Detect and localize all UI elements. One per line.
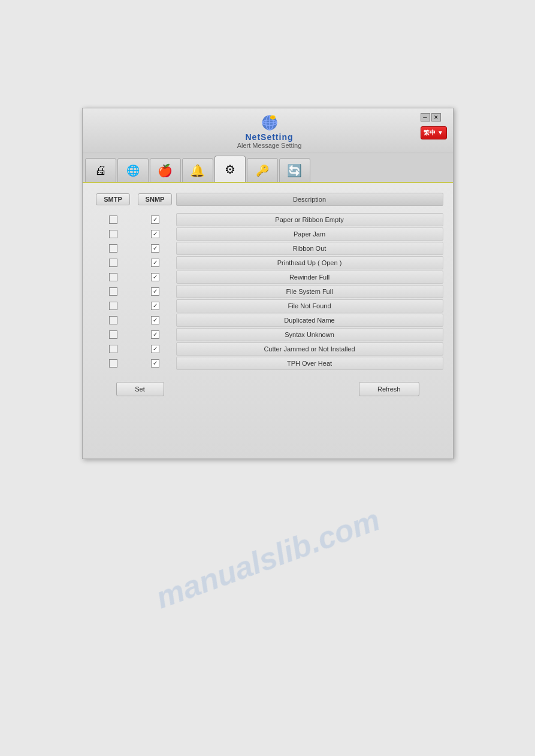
desc-header-label: Description — [176, 193, 443, 206]
app-title: NetSetting — [246, 132, 294, 142]
tab-bar: 🖨 🌐 🍎 🔔 ⚙ 🔑 🔄 — [83, 153, 453, 183]
desc-cell-0: Paper or Ribbon Empty — [176, 213, 443, 226]
refresh-icon: 🔄 — [287, 163, 302, 178]
smtp-cell-8 — [92, 330, 134, 339]
desc-cell-9: Cutter Jammed or Not Installed — [176, 342, 443, 356]
table-row: ✓ Ribbon Out — [92, 242, 443, 255]
app-window: NetSetting Alert Message Setting ─ ✕ 繁中 … — [82, 108, 454, 459]
tab-refresh[interactable]: 🔄 — [279, 158, 310, 182]
tab-printer[interactable]: 🖨 — [85, 158, 116, 182]
snmp-cell-10: ✓ — [134, 359, 176, 368]
refresh-button[interactable]: Refresh — [359, 382, 419, 396]
notify-icon: 🔔 — [190, 163, 205, 178]
tab-notify[interactable]: 🔔 — [182, 158, 213, 182]
desc-cell-10: TPH Over Heat — [176, 357, 443, 370]
smtp-checkbox-8[interactable] — [109, 330, 117, 339]
tab-log[interactable]: 🔑 — [247, 158, 278, 182]
snmp-checkbox-9[interactable]: ✓ — [151, 345, 159, 353]
snmp-header-button[interactable]: SNMP — [138, 193, 173, 205]
smtp-cell-3 — [92, 259, 134, 267]
desc-cell-3: Printhead Up ( Open ) — [176, 256, 443, 269]
desc-cell-5: File System Full — [176, 285, 443, 298]
snmp-cell-1: ✓ — [134, 230, 176, 238]
table-row: ✓ Paper Jam — [92, 227, 443, 241]
smtp-checkbox-3[interactable] — [109, 259, 117, 267]
table-header-row: SMTP SNMP Description — [92, 193, 443, 208]
smtp-cell-4 — [92, 273, 134, 281]
snmp-checkbox-10[interactable]: ✓ — [151, 359, 159, 368]
snmp-cell-6: ✓ — [134, 302, 176, 310]
button-row: Set Refresh — [92, 382, 443, 396]
smtp-checkbox-4[interactable] — [109, 273, 117, 281]
network-icon: 🌐 — [126, 164, 140, 177]
desc-cell-1: Paper Jam — [176, 227, 443, 241]
language-button[interactable]: 繁中 ▼ — [421, 126, 447, 139]
smtp-cell-1 — [92, 230, 134, 238]
table-row: ✓ Syntax Unknown — [92, 328, 443, 341]
snmp-checkbox-4[interactable]: ✓ — [151, 273, 159, 281]
smtp-cell-2 — [92, 244, 134, 253]
smtp-checkbox-2[interactable] — [109, 244, 117, 253]
tab-settings[interactable]: ⚙ — [214, 156, 246, 182]
table-row: ✓ Duplicated Name — [92, 314, 443, 327]
snmp-cell-4: ✓ — [134, 273, 176, 281]
smtp-checkbox-5[interactable] — [109, 287, 117, 296]
main-content: SMTP SNMP Description ✓ Paper or Ribbon … — [83, 183, 453, 459]
printer-icon: 🖨 — [95, 163, 107, 177]
snmp-checkbox-6[interactable]: ✓ — [151, 302, 159, 310]
minimize-button[interactable]: ─ — [421, 113, 430, 122]
set-button[interactable]: Set — [116, 382, 164, 396]
snmp-cell-3: ✓ — [134, 259, 176, 267]
alert-table: SMTP SNMP Description ✓ Paper or Ribbon … — [92, 193, 443, 396]
snmp-cell-0: ✓ — [134, 215, 176, 224]
desc-cell-8: Syntax Unknown — [176, 328, 443, 341]
tab-network[interactable]: 🌐 — [117, 158, 149, 182]
table-row: ✓ File Not Found — [92, 299, 443, 312]
desc-cell-7: Duplicated Name — [176, 314, 443, 327]
snmp-header-cell: SNMP — [134, 193, 176, 205]
smtp-checkbox-0[interactable] — [109, 215, 117, 224]
smtp-cell-0 — [92, 215, 134, 224]
table-row: ✓ TPH Over Heat — [92, 357, 443, 370]
svg-point-6 — [271, 116, 274, 119]
desc-cell-6: File Not Found — [176, 299, 443, 312]
smtp-cell-10 — [92, 359, 134, 368]
smtp-checkbox-6[interactable] — [109, 302, 117, 310]
smtp-cell-7 — [92, 316, 134, 324]
smtp-checkbox-1[interactable] — [109, 230, 117, 238]
smtp-header-cell: SMTP — [92, 193, 134, 205]
snmp-checkbox-1[interactable]: ✓ — [151, 230, 159, 238]
title-bar-controls: ─ ✕ 繁中 ▼ — [421, 113, 447, 139]
snmp-checkbox-3[interactable]: ✓ — [151, 259, 159, 267]
smtp-cell-5 — [92, 287, 134, 296]
title-bar-center: NetSetting Alert Message Setting — [119, 113, 421, 149]
smtp-cell-9 — [92, 345, 134, 353]
smtp-checkbox-10[interactable] — [109, 359, 117, 368]
smtp-header-button[interactable]: SMTP — [96, 193, 130, 205]
snmp-checkbox-5[interactable]: ✓ — [151, 287, 159, 296]
smtp-checkbox-9[interactable] — [109, 345, 117, 353]
alert-icon: 🍎 — [158, 163, 173, 178]
smtp-cell-6 — [92, 302, 134, 310]
settings-icon: ⚙ — [225, 162, 235, 177]
snmp-checkbox-8[interactable]: ✓ — [151, 330, 159, 339]
snmp-checkbox-2[interactable]: ✓ — [151, 244, 159, 253]
tab-alert[interactable]: 🍎 — [150, 158, 181, 182]
desc-cell-4: Rewinder Full — [176, 271, 443, 284]
window-buttons: ─ ✕ — [421, 113, 441, 122]
snmp-checkbox-0[interactable]: ✓ — [151, 215, 159, 224]
title-bar: NetSetting Alert Message Setting ─ ✕ 繁中 … — [83, 108, 453, 153]
table-row: ✓ Cutter Jammed or Not Installed — [92, 342, 443, 356]
snmp-cell-5: ✓ — [134, 287, 176, 296]
watermark: manualslib.com — [151, 502, 385, 616]
snmp-checkbox-7[interactable]: ✓ — [151, 316, 159, 324]
smtp-checkbox-7[interactable] — [109, 316, 117, 324]
snmp-cell-2: ✓ — [134, 244, 176, 253]
app-subtitle: Alert Message Setting — [237, 142, 302, 149]
table-row: ✓ Printhead Up ( Open ) — [92, 256, 443, 269]
desc-cell-2: Ribbon Out — [176, 242, 443, 255]
snmp-cell-7: ✓ — [134, 316, 176, 324]
close-button[interactable]: ✕ — [431, 113, 441, 122]
desc-header-cell: Description — [176, 193, 443, 206]
snmp-cell-8: ✓ — [134, 330, 176, 339]
